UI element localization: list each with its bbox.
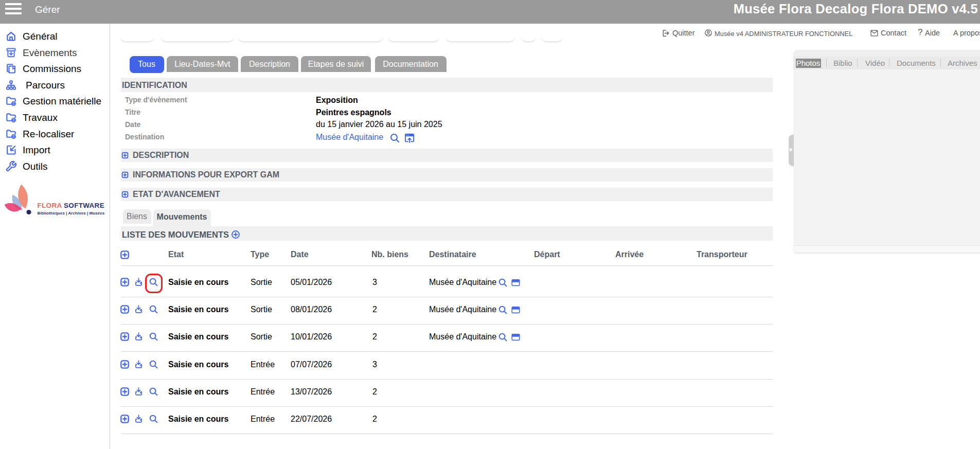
svg-text:Bibliothèques | Archives | Mus: Bibliothèques | Archives | Musées	[38, 211, 105, 215]
svg-text:FLORA SOFTWARE: FLORA SOFTWARE	[38, 202, 104, 209]
